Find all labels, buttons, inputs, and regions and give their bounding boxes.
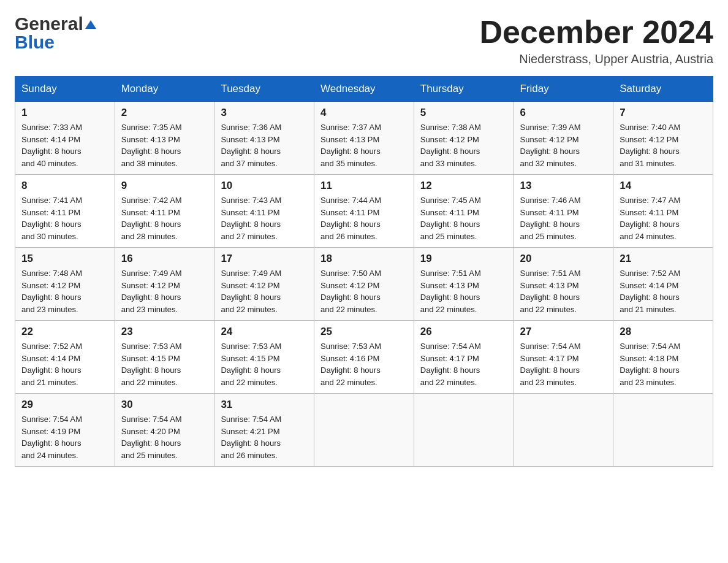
day-info: Sunrise: 7:47 AMSunset: 4:11 PMDaylight:…: [620, 196, 680, 241]
day-number: 3: [221, 107, 308, 119]
day-number: 26: [420, 326, 507, 338]
table-row: 5 Sunrise: 7:38 AMSunset: 4:12 PMDayligh…: [414, 102, 514, 175]
day-info: Sunrise: 7:40 AMSunset: 4:12 PMDaylight:…: [620, 123, 680, 168]
day-number: 17: [221, 253, 308, 265]
day-number: 27: [520, 326, 607, 338]
table-row: 19 Sunrise: 7:51 AMSunset: 4:13 PMDaylig…: [414, 248, 514, 321]
day-number: 28: [620, 326, 707, 338]
table-row: 14 Sunrise: 7:47 AMSunset: 4:11 PMDaylig…: [613, 175, 713, 248]
logo-triangle-icon: [85, 19, 96, 32]
logo-general-text: General: [15, 15, 83, 33]
day-info: Sunrise: 7:49 AMSunset: 4:12 PMDaylight:…: [121, 269, 182, 314]
table-row: 7 Sunrise: 7:40 AMSunset: 4:12 PMDayligh…: [613, 102, 713, 175]
table-row: 27 Sunrise: 7:54 AMSunset: 4:17 PMDaylig…: [514, 321, 613, 394]
table-row: 25 Sunrise: 7:53 AMSunset: 4:16 PMDaylig…: [314, 321, 414, 394]
table-row: 10 Sunrise: 7:43 AMSunset: 4:11 PMDaylig…: [214, 175, 314, 248]
table-row: [514, 394, 613, 467]
day-number: 20: [520, 253, 607, 265]
table-row: 26 Sunrise: 7:54 AMSunset: 4:17 PMDaylig…: [414, 321, 514, 394]
table-row: 13 Sunrise: 7:46 AMSunset: 4:11 PMDaylig…: [514, 175, 613, 248]
day-info: Sunrise: 7:51 AMSunset: 4:13 PMDaylight:…: [420, 269, 481, 314]
day-info: Sunrise: 7:45 AMSunset: 4:11 PMDaylight:…: [420, 196, 481, 241]
table-row: 23 Sunrise: 7:53 AMSunset: 4:15 PMDaylig…: [115, 321, 214, 394]
day-info: Sunrise: 7:54 AMSunset: 4:19 PMDaylight:…: [21, 415, 82, 460]
day-info: Sunrise: 7:36 AMSunset: 4:13 PMDaylight:…: [221, 123, 281, 168]
day-number: 6: [520, 107, 607, 119]
day-info: Sunrise: 7:33 AMSunset: 4:14 PMDaylight:…: [21, 123, 82, 168]
table-row: 30 Sunrise: 7:54 AMSunset: 4:20 PMDaylig…: [115, 394, 214, 467]
day-info: Sunrise: 7:35 AMSunset: 4:13 PMDaylight:…: [121, 123, 182, 168]
day-info: Sunrise: 7:53 AMSunset: 4:16 PMDaylight:…: [320, 342, 381, 387]
day-info: Sunrise: 7:54 AMSunset: 4:17 PMDaylight:…: [420, 342, 481, 387]
table-row: 1 Sunrise: 7:33 AMSunset: 4:14 PMDayligh…: [15, 102, 115, 175]
col-saturday: Saturday: [613, 77, 713, 102]
day-number: 18: [320, 253, 408, 265]
logo: General Blue: [15, 15, 96, 52]
day-info: Sunrise: 7:49 AMSunset: 4:12 PMDaylight:…: [221, 269, 281, 314]
day-info: Sunrise: 7:42 AMSunset: 4:11 PMDaylight:…: [121, 196, 182, 241]
table-row: 21 Sunrise: 7:52 AMSunset: 4:14 PMDaylig…: [613, 248, 713, 321]
table-row: 2 Sunrise: 7:35 AMSunset: 4:13 PMDayligh…: [115, 102, 214, 175]
table-row: [314, 394, 414, 467]
day-info: Sunrise: 7:52 AMSunset: 4:14 PMDaylight:…: [620, 269, 680, 314]
table-row: 18 Sunrise: 7:50 AMSunset: 4:12 PMDaylig…: [314, 248, 414, 321]
col-monday: Monday: [115, 77, 214, 102]
table-row: 9 Sunrise: 7:42 AMSunset: 4:11 PMDayligh…: [115, 175, 214, 248]
table-row: 12 Sunrise: 7:45 AMSunset: 4:11 PMDaylig…: [414, 175, 514, 248]
calendar-week-row: 1 Sunrise: 7:33 AMSunset: 4:14 PMDayligh…: [15, 102, 713, 175]
day-number: 1: [21, 107, 108, 119]
location-text: Niederstrass, Upper Austria, Austria: [479, 52, 713, 66]
day-number: 30: [121, 399, 208, 411]
day-number: 2: [121, 107, 208, 119]
table-row: 8 Sunrise: 7:41 AMSunset: 4:11 PMDayligh…: [15, 175, 115, 248]
calendar-week-row: 8 Sunrise: 7:41 AMSunset: 4:11 PMDayligh…: [15, 175, 713, 248]
table-row: 24 Sunrise: 7:53 AMSunset: 4:15 PMDaylig…: [214, 321, 314, 394]
table-row: 4 Sunrise: 7:37 AMSunset: 4:13 PMDayligh…: [314, 102, 414, 175]
day-number: 24: [221, 326, 308, 338]
table-row: 22 Sunrise: 7:52 AMSunset: 4:14 PMDaylig…: [15, 321, 115, 394]
table-row: 31 Sunrise: 7:54 AMSunset: 4:21 PMDaylig…: [214, 394, 314, 467]
day-info: Sunrise: 7:50 AMSunset: 4:12 PMDaylight:…: [320, 269, 381, 314]
table-row: [613, 394, 713, 467]
calendar-week-row: 22 Sunrise: 7:52 AMSunset: 4:14 PMDaylig…: [15, 321, 713, 394]
day-info: Sunrise: 7:38 AMSunset: 4:12 PMDaylight:…: [420, 123, 481, 168]
day-number: 14: [620, 180, 707, 192]
title-block: December 2024 Niederstrass, Upper Austri…: [479, 15, 713, 66]
day-info: Sunrise: 7:53 AMSunset: 4:15 PMDaylight:…: [221, 342, 281, 387]
calendar-table: Sunday Monday Tuesday Wednesday Thursday…: [15, 76, 713, 467]
day-info: Sunrise: 7:53 AMSunset: 4:15 PMDaylight:…: [121, 342, 182, 387]
day-number: 15: [21, 253, 108, 265]
col-thursday: Thursday: [414, 77, 514, 102]
day-info: Sunrise: 7:37 AMSunset: 4:13 PMDaylight:…: [320, 123, 381, 168]
day-number: 16: [121, 253, 208, 265]
col-wednesday: Wednesday: [314, 77, 414, 102]
table-row: 11 Sunrise: 7:44 AMSunset: 4:11 PMDaylig…: [314, 175, 414, 248]
calendar-week-row: 15 Sunrise: 7:48 AMSunset: 4:12 PMDaylig…: [15, 248, 713, 321]
day-number: 22: [21, 326, 108, 338]
table-row: 3 Sunrise: 7:36 AMSunset: 4:13 PMDayligh…: [214, 102, 314, 175]
day-info: Sunrise: 7:54 AMSunset: 4:17 PMDaylight:…: [520, 342, 581, 387]
calendar-week-row: 29 Sunrise: 7:54 AMSunset: 4:19 PMDaylig…: [15, 394, 713, 467]
col-friday: Friday: [514, 77, 613, 102]
day-number: 4: [320, 107, 408, 119]
day-number: 13: [520, 180, 607, 192]
table-row: 17 Sunrise: 7:49 AMSunset: 4:12 PMDaylig…: [214, 248, 314, 321]
day-number: 8: [21, 180, 108, 192]
day-info: Sunrise: 7:48 AMSunset: 4:12 PMDaylight:…: [21, 269, 82, 314]
logo-blue-text: Blue: [15, 32, 55, 52]
table-row: 6 Sunrise: 7:39 AMSunset: 4:12 PMDayligh…: [514, 102, 613, 175]
day-number: 19: [420, 253, 507, 265]
day-info: Sunrise: 7:54 AMSunset: 4:20 PMDaylight:…: [121, 415, 182, 460]
svg-marker-0: [85, 20, 96, 29]
table-row: 15 Sunrise: 7:48 AMSunset: 4:12 PMDaylig…: [15, 248, 115, 321]
col-tuesday: Tuesday: [214, 77, 314, 102]
day-info: Sunrise: 7:44 AMSunset: 4:11 PMDaylight:…: [320, 196, 381, 241]
col-sunday: Sunday: [15, 77, 115, 102]
calendar-header-row: Sunday Monday Tuesday Wednesday Thursday…: [15, 77, 713, 102]
day-info: Sunrise: 7:46 AMSunset: 4:11 PMDaylight:…: [520, 196, 581, 241]
day-number: 31: [221, 399, 308, 411]
day-number: 29: [21, 399, 108, 411]
day-info: Sunrise: 7:51 AMSunset: 4:13 PMDaylight:…: [520, 269, 581, 314]
day-info: Sunrise: 7:39 AMSunset: 4:12 PMDaylight:…: [520, 123, 581, 168]
table-row: 16 Sunrise: 7:49 AMSunset: 4:12 PMDaylig…: [115, 248, 214, 321]
